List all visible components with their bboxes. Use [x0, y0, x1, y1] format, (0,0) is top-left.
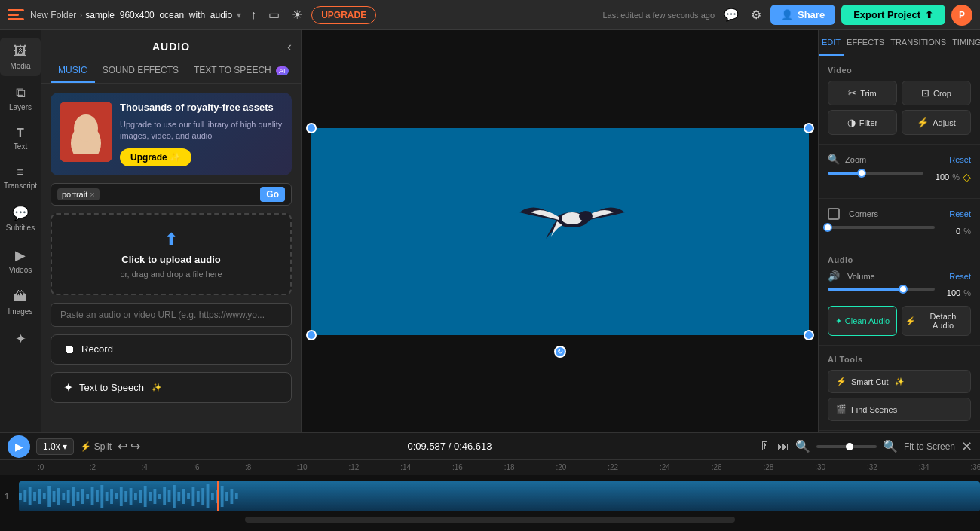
breadcrumb-folder[interactable]: New Folder	[30, 10, 76, 20]
corners-reset[interactable]: Reset	[949, 209, 971, 218]
zoom-slider-track-bottom[interactable]	[816, 445, 877, 448]
svg-rect-32	[134, 493, 137, 500]
detach-audio-button[interactable]: ⚡ Detach Audio	[902, 306, 971, 336]
export-button[interactable]: Export Project ⬆	[841, 5, 945, 25]
adjust-label: Adjust	[933, 118, 956, 127]
corners-slider-thumb[interactable]	[823, 223, 832, 232]
search-input[interactable]	[104, 189, 256, 200]
search-go-button[interactable]: Go	[260, 187, 285, 202]
mark-20: :20	[556, 463, 567, 471]
split-button[interactable]: ⚡ Split	[80, 441, 112, 452]
volume-unit: %	[963, 288, 971, 298]
audio-mix-btn[interactable]: 🎚	[759, 440, 771, 453]
search-tag[interactable]: portrait ×	[57, 188, 100, 200]
tab-effects[interactable]: EFFECTS	[844, 30, 887, 56]
filter-button[interactable]: ◑ Filter	[828, 110, 897, 135]
breadcrumb-dropdown[interactable]: ▾	[237, 10, 241, 20]
crop-icon: ⊡	[921, 87, 929, 99]
track-bar[interactable]: ▼	[19, 481, 980, 511]
sidebar-item-images[interactable]: 🏔 Images	[0, 283, 41, 322]
tab-text-to-speech[interactable]: TEXT TO SPEECH AI	[186, 59, 296, 83]
corner-handle-br[interactable]	[804, 330, 814, 340]
speed-value: 1.0x	[43, 441, 60, 452]
zoom-label: 🔍 Zoom	[828, 154, 942, 165]
audio-panel: AUDIO ‹ MUSIC SOUND EFFECTS TEXT TO SPEE…	[41, 30, 302, 432]
media-icon: 🖼	[14, 44, 27, 60]
audio-panel-header: AUDIO ‹	[41, 30, 301, 59]
upgrade-button[interactable]: UPGRADE	[311, 6, 376, 24]
close-timeline-button[interactable]: ✕	[961, 438, 972, 455]
corners-slider-track[interactable]	[828, 226, 935, 229]
volume-slider-thumb[interactable]	[899, 285, 908, 294]
settings-btn[interactable]: ⚙	[748, 5, 764, 25]
upgrade-banner-button[interactable]: Upgrade ✨	[120, 148, 191, 166]
adjust-button[interactable]: ⚡ Adjust	[902, 110, 971, 135]
sidebar-item-media[interactable]: 🖼 Media	[0, 38, 41, 76]
corner-handle-tl[interactable]	[306, 123, 317, 133]
mark-2: :2	[90, 463, 96, 471]
tab-music[interactable]: MUSIC	[51, 59, 95, 83]
fit-to-screen-button[interactable]: Fit to Screen	[904, 441, 955, 452]
mark-30: :30	[815, 463, 825, 471]
comment-btn[interactable]: 💬	[721, 5, 742, 25]
sidebar-item-layers[interactable]: ⧉ Layers	[0, 79, 41, 117]
filter-icon: ◑	[847, 117, 856, 128]
rotate-handle[interactable]: ↻	[554, 346, 566, 358]
find-scenes-button[interactable]: 🎬 Find Scenes	[828, 398, 971, 421]
sidebar-item-effects[interactable]: ✦	[0, 325, 41, 353]
audio-panel-close-button[interactable]: ‹	[287, 39, 292, 55]
corner-handle-bl[interactable]	[306, 330, 317, 340]
skip-to-end-btn[interactable]: ⏭	[777, 440, 789, 453]
svg-rect-44	[192, 487, 195, 506]
svg-rect-30	[124, 491, 127, 502]
fullscreen-btn[interactable]: ▭	[265, 5, 283, 25]
volume-reset[interactable]: Reset	[949, 272, 971, 281]
timeline-scrollbar[interactable]	[245, 517, 735, 523]
volume-slider-track[interactable]	[828, 288, 935, 291]
record-button[interactable]: ⏺ Record	[51, 334, 292, 365]
tab-timing[interactable]: TIMING	[949, 30, 980, 56]
sidebar-item-subtitles[interactable]: 💬 Subtitles	[0, 199, 41, 238]
zoom-out-btn[interactable]: 🔍	[795, 439, 810, 453]
redo-button[interactable]: ↪	[130, 439, 140, 453]
sidebar-item-text[interactable]: T Text	[0, 121, 41, 157]
sidebar-item-videos[interactable]: ▶ Videos	[0, 241, 41, 280]
zoom-reset[interactable]: Reset	[949, 155, 971, 164]
smart-cut-button[interactable]: ⚡ Smart Cut ✨	[828, 370, 971, 393]
url-input[interactable]	[51, 303, 292, 327]
zoom-diamond-btn[interactable]: ◇	[963, 171, 971, 183]
text-to-speech-button[interactable]: ✦ Text to Speech ✨	[51, 372, 292, 403]
zoom-slider-thumb[interactable]	[857, 169, 866, 178]
find-scenes-label: Find Scenes	[851, 405, 897, 414]
undo-button[interactable]: ↩	[118, 439, 127, 453]
share-button[interactable]: 👤 Share	[770, 5, 835, 25]
tab-transitions[interactable]: TRANSITIONS	[887, 30, 949, 56]
ai-tools-buttons: ⚡ Smart Cut ✨ 🎬 Find Scenes	[828, 370, 971, 421]
zoom-slider-track[interactable]	[828, 172, 923, 175]
corner-handle-tr[interactable]	[804, 123, 814, 133]
tts-ai-star: ✨	[152, 383, 162, 392]
share-icon-btn[interactable]: ↑	[247, 5, 259, 25]
trim-button[interactable]: ✂ Trim	[828, 81, 897, 105]
last-edited-timestamp: Last edited a few seconds ago	[602, 11, 715, 20]
play-button[interactable]: ▶	[8, 435, 30, 458]
avatar[interactable]: P	[951, 5, 972, 26]
speed-button[interactable]: 1.0x ▾	[36, 438, 74, 455]
crop-button[interactable]: ⊡ Crop	[902, 81, 971, 105]
mark-22: :22	[608, 463, 618, 471]
brightness-btn[interactable]: ☀	[289, 5, 305, 25]
svg-point-2	[74, 114, 98, 142]
timeline-playhead[interactable]: ▼	[217, 481, 219, 511]
video-frame: ↻	[311, 128, 809, 335]
zoom-in-btn[interactable]: 🔍	[883, 439, 898, 453]
clean-audio-button[interactable]: ✦ Clean Audio	[828, 306, 897, 336]
search-bar: portrait × Go	[51, 183, 292, 206]
search-tag-remove[interactable]: ×	[90, 190, 94, 199]
sidebar-item-transcript[interactable]: ≡ Transcript	[0, 160, 41, 196]
volume-icon: 🔊	[828, 270, 840, 282]
zoom-slider-thumb-bottom[interactable]	[846, 443, 853, 450]
tab-edit[interactable]: EDIT	[819, 30, 844, 56]
breadcrumb-filename: sample_960x400_ocean_with_audio	[85, 10, 232, 20]
upload-area[interactable]: ⬆ Click to upload audio or, drag and dro…	[51, 213, 292, 295]
tab-sound-effects[interactable]: SOUND EFFECTS	[95, 59, 186, 83]
